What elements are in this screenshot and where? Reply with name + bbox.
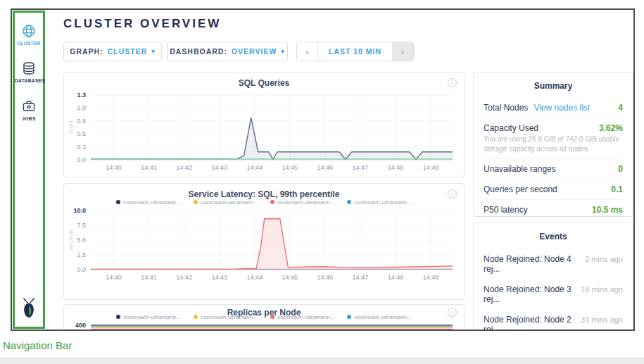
svg-text:7.5: 7.5: [77, 222, 86, 229]
legend-dot: [270, 315, 274, 319]
database-icon: [21, 61, 37, 76]
summary-value: 4: [618, 103, 623, 113]
replicas-per-node-chart-card: Replicas per Node i cockroach-ultramarin…: [63, 304, 465, 331]
sidebar-item-label: CLUSTER: [15, 41, 43, 46]
svg-text:14:46: 14:46: [317, 274, 334, 281]
chevron-down-icon: ▾: [281, 48, 285, 55]
legend-dot: [116, 315, 120, 319]
summary-label: Unavailable ranges: [484, 164, 556, 174]
event-row: Node Rejoined: Node 4 rej... 2 mins ago: [484, 249, 623, 279]
svg-text:14:43: 14:43: [211, 274, 227, 281]
svg-text:1.3: 1.3: [77, 92, 86, 99]
capacity-note: You are using 26.8 GiB of 742.0 GiB usab…: [484, 134, 623, 159]
graph-dropdown[interactable]: GRAPH: CLUSTER ▾: [63, 42, 162, 61]
legend-item: cockroach-ultramarin...: [194, 314, 258, 320]
svg-text:14:42: 14:42: [176, 164, 192, 171]
legend-dot: [270, 200, 274, 204]
view-nodes-list-link[interactable]: View nodes list: [533, 103, 590, 113]
chart-legend: cockroach-ultramarin...cockroach-ultrama…: [64, 314, 464, 320]
svg-text:14:47: 14:47: [353, 164, 369, 171]
events-panel: Events Node Rejoined: Node 4 rej... 2 mi…: [473, 222, 633, 331]
chart-title: SQL Queries: [64, 78, 464, 88]
summary-value: 0.1: [611, 184, 623, 194]
service-latency-chart-card: Service Latency: SQL, 99th percentile i …: [63, 183, 465, 300]
svg-text:14:48: 14:48: [388, 164, 404, 171]
svg-text:1.0: 1.0: [77, 104, 86, 111]
events-title: Events: [484, 230, 623, 249]
info-icon[interactable]: i: [448, 189, 457, 199]
svg-text:0.8: 0.8: [77, 118, 86, 125]
legend-item: cockroach-ultramarin...: [270, 314, 334, 320]
summary-value: 0: [618, 164, 623, 174]
svg-text:0.0: 0.0: [77, 156, 86, 163]
svg-text:0.5: 0.5: [77, 130, 86, 137]
summary-row-capacity: Capacity Used 3.62%: [484, 118, 623, 134]
event-time: 18 mins ago: [581, 285, 623, 294]
legend-dot: [347, 200, 351, 204]
svg-text:14:46: 14:46: [317, 164, 334, 171]
svg-text:5.0: 5.0: [77, 237, 86, 244]
svg-text:400: 400: [75, 322, 86, 329]
replicas-per-node-plot: 400: [65, 320, 464, 331]
screenshot-stage: CLUSTER DATABASES JOBS: [0, 0, 644, 364]
page-title: CLUSTER OVERVIEW: [63, 17, 221, 31]
summary-label: Total Nodes: [484, 103, 528, 113]
svg-text:seconds: seconds: [68, 230, 74, 251]
event-time: 31 mins ago: [581, 315, 623, 324]
svg-text:14:45: 14:45: [282, 274, 298, 281]
svg-text:14:45: 14:45: [282, 164, 298, 171]
event-time: 2 mins ago: [585, 255, 623, 263]
legend-item: cockroach-ultramarin...: [116, 314, 180, 320]
summary-row: P50 latency 10.5 ms: [484, 200, 623, 220]
annotation-label: Navigation Bar: [3, 339, 72, 351]
event-row: Node Rejoined: Node 2 rej... 31 mins ago: [484, 309, 623, 331]
service-latency-plot: 0.02.55.07.510.014:4014:4114:4214:4314:4…: [65, 205, 464, 294]
chart-title: Service Latency: SQL, 99th percentile: [64, 189, 464, 199]
event-label: Node Rejoined: Node 2 rej...: [484, 315, 575, 332]
svg-text:14:44: 14:44: [246, 164, 263, 171]
svg-text:2.5: 2.5: [77, 251, 86, 258]
svg-text:14:42: 14:42: [176, 274, 192, 281]
summary-label: Queries per second: [484, 184, 557, 194]
chevron-down-icon: ▾: [151, 48, 156, 55]
sidebar-item-label: DATABASES: [15, 78, 43, 83]
event-row: Node Rejoined: Node 3 rej... 18 mins ago: [484, 279, 623, 309]
time-range-selector: ‹ LAST 10 MIN ›: [296, 42, 414, 61]
legend-item: cockroach-ultramarin...: [347, 314, 411, 320]
sidebar-item-cluster[interactable]: CLUSTER: [15, 23, 43, 46]
svg-text:14:47: 14:47: [353, 274, 369, 281]
svg-text:14:49: 14:49: [423, 274, 439, 281]
svg-text:0.3: 0.3: [77, 144, 86, 151]
svg-text:14:40: 14:40: [106, 274, 122, 281]
svg-text:14:43: 14:43: [211, 164, 227, 171]
summary-title: Summary: [484, 80, 623, 98]
briefcase-icon: [21, 99, 37, 114]
summary-row: Queries per second 0.1: [484, 180, 623, 200]
legend-dot: [194, 200, 198, 204]
cockroachdb-logo[interactable]: [15, 297, 43, 321]
graph-dropdown-label: GRAPH:: [70, 47, 103, 56]
cockroach-icon: [20, 297, 37, 318]
time-next-button[interactable]: ›: [392, 42, 413, 61]
event-label: Node Rejoined: Node 3 rej...: [484, 284, 575, 304]
globe-icon: [21, 23, 37, 39]
time-range-label: LAST 10 MIN: [318, 42, 392, 61]
summary-row-total-nodes: Total Nodes View nodes list 4: [484, 98, 623, 118]
summary-row: Unavailable ranges 0: [484, 159, 623, 180]
svg-text:count: count: [68, 120, 74, 134]
legend-dot: [116, 200, 120, 204]
sql-queries-plot: 0.00.30.50.81.01.314:4014:4114:4214:4314…: [65, 88, 464, 174]
sidebar-item-jobs[interactable]: JOBS: [15, 99, 43, 121]
sidebar-item-databases[interactable]: DATABASES: [15, 61, 43, 83]
svg-text:14:44: 14:44: [246, 274, 263, 281]
event-label: Node Rejoined: Node 4 rej...: [484, 254, 579, 274]
svg-text:14:40: 14:40: [106, 164, 122, 171]
sql-queries-chart-card: SQL Queries i 0.00.30.50.81.01.314:4014:…: [63, 72, 465, 177]
svg-text:14:41: 14:41: [141, 274, 157, 281]
summary-value: 10.5 ms: [592, 205, 623, 215]
time-prev-button[interactable]: ‹: [297, 42, 318, 61]
svg-text:14:41: 14:41: [141, 164, 157, 171]
dashboard-dropdown[interactable]: DASHBOARD: OVERVIEW ▾: [167, 42, 288, 61]
navigation-bar: CLUSTER DATABASES JOBS: [13, 11, 45, 329]
info-icon[interactable]: i: [448, 78, 457, 87]
